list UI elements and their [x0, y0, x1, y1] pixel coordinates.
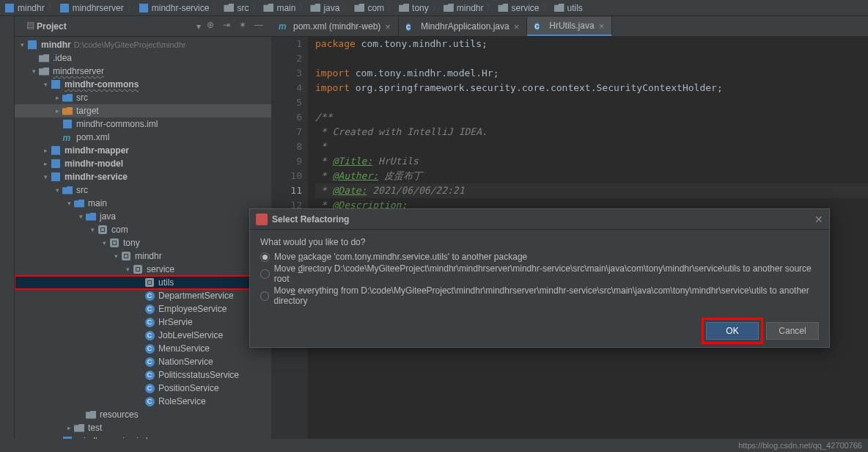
tree-item[interactable]: mpom.xml — [15, 131, 271, 144]
module-icon — [59, 3, 70, 13]
hide-icon[interactable]: — — [252, 20, 265, 33]
package-icon — [108, 237, 120, 249]
tree-item[interactable]: ▾service — [15, 263, 271, 276]
breadcrumb-item[interactable]: java — [310, 3, 339, 13]
editor-tab[interactable]: CHrUtils.java× — [527, 17, 612, 36]
radio-icon[interactable] — [260, 252, 270, 262]
folder-icon — [263, 3, 273, 13]
tree-item[interactable]: ▾com — [15, 223, 271, 236]
breadcrumb-item[interactable]: mindhr-service — [139, 3, 210, 13]
radio-icon[interactable] — [260, 269, 270, 279]
project-tree[interactable]: ▾mindhrD:\code\MyGiteeProject\mindhr.ide… — [15, 37, 271, 439]
breadcrumb-sep: 〉 — [485, 1, 496, 14]
close-icon[interactable]: × — [385, 21, 391, 32]
class-icon: C — [406, 21, 416, 32]
tree-item[interactable]: ▾mindhr — [15, 249, 271, 263]
class-icon: C — [144, 369, 155, 381]
module-icon — [50, 79, 62, 90]
tree-item[interactable]: ▾mindhr-service — [15, 170, 271, 183]
tree-item[interactable]: CPositionService — [15, 382, 271, 395]
tree-item[interactable]: ▸mindhr-model — [15, 157, 271, 170]
tree-item[interactable]: resources — [15, 408, 271, 421]
class-icon: C — [144, 329, 155, 341]
class-icon: C — [144, 343, 155, 354]
dialog-prompt: What would you like to do? — [260, 237, 819, 247]
tree-item[interactable]: ▾mindhrserver — [15, 65, 271, 78]
close-icon[interactable]: × — [599, 21, 605, 32]
module-icon — [4, 3, 15, 13]
breadcrumb-item[interactable]: utils — [554, 3, 583, 13]
folder-orange-icon — [62, 105, 73, 117]
breadcrumb-item[interactable]: mindhr — [444, 3, 484, 13]
close-icon[interactable]: × — [514, 21, 520, 32]
locate-icon[interactable]: ⊕ — [204, 20, 217, 33]
breadcrumb-item[interactable]: main — [263, 3, 295, 13]
breadcrumb-sep: 〉 — [250, 1, 262, 14]
folder-icon — [554, 3, 564, 13]
tree-item[interactable]: CNationService — [15, 355, 271, 368]
tree-item[interactable]: ▸mindhr-mapper — [15, 144, 271, 157]
class-icon: C — [534, 21, 545, 31]
dialog-title-text: Select Refactoring — [272, 214, 814, 225]
breadcrumb-sep: 〉 — [125, 1, 137, 14]
ok-button[interactable]: OK — [706, 322, 759, 340]
gear-icon[interactable]: ✶ — [236, 20, 249, 33]
project-sidebar: ▤ Project ▾ ⊕ ⇥ ✶ — ▾mindhrD:\code\MyGit… — [15, 16, 271, 439]
breadcrumb-sep: 〉 — [341, 1, 353, 14]
folder-blue-icon — [73, 197, 85, 209]
radio-icon[interactable] — [260, 291, 269, 301]
tree-root[interactable]: ▾mindhrD:\code\MyGiteeProject\mindhr — [15, 38, 271, 51]
sidebar-title[interactable]: Project — [37, 21, 194, 32]
tree-item[interactable]: ▾tony — [15, 236, 271, 249]
package-icon — [132, 263, 144, 275]
class-icon: C — [144, 382, 155, 394]
tree-item[interactable]: CMenuService — [15, 342, 271, 355]
breadcrumb-item[interactable]: mindhr — [4, 3, 45, 13]
iml-icon — [62, 118, 73, 130]
tree-item[interactable]: CJobLevelService — [15, 329, 271, 342]
tree-item[interactable]: CEmployeeService — [15, 302, 271, 316]
sidebar-header: ▤ Project ▾ ⊕ ⇥ ✶ — — [15, 16, 271, 37]
breadcrumb-item[interactable]: tony — [399, 3, 429, 13]
tree-item[interactable]: CDepartmentService — [15, 289, 271, 302]
tree-item[interactable]: mindhr-commons.iml — [15, 117, 271, 131]
class-icon: C — [144, 303, 155, 315]
close-icon[interactable]: ✕ — [814, 214, 823, 225]
radio-option[interactable]: Move package 'com.tony.mindhr.service.ut… — [260, 252, 819, 262]
folder-icon — [73, 422, 85, 434]
module-icon — [50, 145, 62, 156]
tree-item[interactable]: ▸test — [15, 421, 271, 434]
radio-option[interactable]: Move directory D:\code\MyGiteeProject\mi… — [260, 263, 819, 284]
tree-item[interactable]: ▾java — [15, 210, 271, 223]
editor-tab[interactable]: CMindhrApplication.java× — [399, 17, 527, 36]
tree-item[interactable]: CPoliticsstatusService — [15, 368, 271, 382]
breadcrumb-item[interactable]: com — [354, 3, 384, 13]
radio-option[interactable]: Move everything from D:\code\MyGiteeProj… — [260, 285, 819, 306]
tree-item[interactable]: CRoleService — [15, 395, 271, 408]
tree-item[interactable]: ▸target — [15, 104, 271, 117]
cancel-button[interactable]: Cancel — [766, 322, 819, 340]
package-icon — [97, 224, 108, 236]
tree-item[interactable]: .idea — [15, 51, 271, 65]
folder-icon — [399, 3, 409, 13]
module-icon — [139, 3, 149, 13]
breadcrumb-item[interactable]: service — [498, 3, 539, 13]
breadcrumb-sep: 〉 — [541, 1, 553, 14]
tree-item[interactable]: ▸src — [15, 91, 271, 104]
collapse-icon[interactable]: ⇥ — [220, 20, 233, 33]
tree-item[interactable]: ▾mindhr-commons — [15, 78, 271, 91]
chevron-down-icon[interactable]: ▾ — [196, 21, 201, 32]
breadcrumb-item[interactable]: mindhrserver — [59, 3, 124, 13]
class-icon: C — [144, 356, 155, 368]
tree-item[interactable]: ▾src — [15, 183, 271, 197]
breadcrumb: mindhr〉mindhrserver〉mindhr-service〉src〉m… — [0, 0, 868, 16]
dialog-titlebar[interactable]: Select Refactoring ✕ — [250, 209, 829, 230]
folder-icon — [498, 3, 508, 13]
tree-item[interactable]: utils — [15, 276, 271, 289]
class-icon: C — [144, 290, 155, 302]
breadcrumb-item[interactable]: src — [224, 3, 249, 13]
tree-item[interactable]: ▾main — [15, 197, 271, 210]
editor-tab[interactable]: mpom.xml (mindhr-web)× — [271, 17, 399, 36]
editor-tabs: mpom.xml (mindhr-web)×CMindhrApplication… — [271, 16, 868, 37]
tree-item[interactable]: CHrServie — [15, 316, 271, 329]
